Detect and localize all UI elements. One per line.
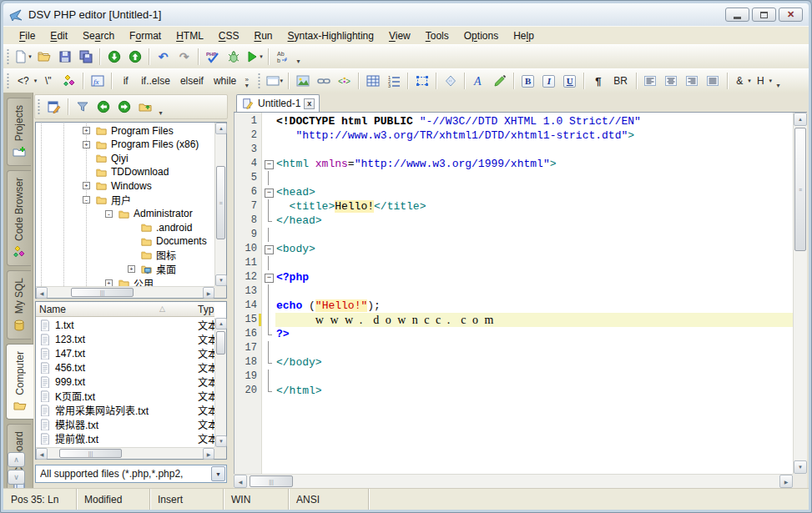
debug-button[interactable]	[224, 48, 243, 67]
file-row-k-txt[interactable]: K页面.txt文本	[36, 389, 214, 403]
tree-expander-icon[interactable]: +	[83, 182, 90, 189]
insert-form-button[interactable]: ▾	[265, 72, 284, 91]
snippet-while-button[interactable]: while	[209, 72, 240, 91]
close-button[interactable]: ✕	[779, 8, 803, 22]
sidebar-tab-computer[interactable]: Computer	[6, 344, 33, 420]
tree-item-android[interactable]: .android	[36, 220, 214, 234]
filter-button[interactable]	[73, 98, 92, 117]
file-filter-select[interactable]: All supported files (*.php,*.php2, ▼	[35, 465, 227, 483]
tree-item-program-files-x86[interactable]: +Program Files (x86)	[36, 138, 214, 152]
tree-item-documents[interactable]: Documents	[36, 234, 214, 249]
heading-button[interactable]: H▾	[753, 72, 772, 91]
sidebar-tab-code-browser[interactable]: Code Browser	[7, 170, 31, 266]
editor-horizontal-scrollbar[interactable]: ◀ ||| ▶	[234, 474, 793, 488]
code-line-4[interactable]: 4<html xmlns="http://www.w3.org/1999/xht…	[235, 157, 793, 171]
tree-item-item[interactable]: 图标	[36, 248, 214, 262]
scroll-up-icon[interactable]: ▲	[794, 113, 807, 126]
insert-anchor-button[interactable]	[441, 72, 460, 91]
code-line-7[interactable]: 7 <title>Hello!</title>	[235, 199, 793, 214]
scroll-right-icon[interactable]: ▶	[203, 448, 214, 460]
upload-button[interactable]	[125, 48, 144, 67]
escape-quote-button[interactable]: \"	[38, 72, 58, 91]
code-line-15[interactable]: 15 w w w . d o w n c c . c o m	[235, 313, 793, 327]
files-horizontal-scrollbar[interactable]: ◀ ||| ▶	[36, 447, 214, 459]
editor-hscroll-thumb[interactable]: |||	[250, 475, 293, 487]
fold-collapse-icon[interactable]	[264, 242, 275, 256]
toolbar-grip[interactable]	[258, 73, 260, 89]
file-row-147-txt[interactable]: 147.txt文本	[36, 346, 214, 360]
tree-vertical-scrollbar[interactable]: ▲ ≡ ▼	[214, 123, 226, 286]
folder-up-button[interactable]	[135, 98, 154, 117]
tree-hscroll-thumb[interactable]: |||	[71, 288, 134, 297]
scroll-left-icon[interactable]: ◀	[36, 287, 48, 299]
bold-button[interactable]: B	[518, 72, 537, 91]
tree-expander-icon[interactable]: +	[128, 265, 135, 273]
snippet-if-button[interactable]: if	[116, 72, 135, 91]
file-row-123-txt[interactable]: 123.txt文本	[36, 332, 214, 346]
code-line-18[interactable]: 18</body>	[235, 355, 793, 370]
scroll-left-icon[interactable]: ◀	[36, 448, 48, 460]
file-row-1-txt[interactable]: 1.txt文本	[36, 318, 214, 332]
fold-collapse-icon[interactable]	[264, 270, 275, 284]
menu-css[interactable]: CSS	[211, 28, 247, 44]
tab-untitled-1[interactable]: Untitled-1 x	[236, 94, 320, 112]
download-button[interactable]	[104, 48, 124, 67]
menu-format[interactable]: Format	[122, 28, 169, 44]
underline-button[interactable]: U	[560, 72, 579, 91]
dropdown-arrow-icon[interactable]: ▼	[211, 466, 225, 481]
undo-button[interactable]: ↶	[154, 48, 173, 67]
toolbar-grip[interactable]	[7, 73, 9, 89]
menu-html[interactable]: HTML	[169, 28, 211, 44]
code-line-8[interactable]: 8</head>	[235, 214, 793, 228]
code-line-17[interactable]: 17	[235, 341, 793, 355]
tree-item-item[interactable]: +公用	[36, 276, 214, 286]
new-document-button[interactable]: ▾	[13, 48, 33, 67]
code-line-2[interactable]: 2 "http://www.w3.org/TR/xhtml1/DTD/xhtml…	[235, 128, 793, 143]
align-right-button[interactable]	[683, 72, 702, 91]
php-tag-button[interactable]: <?▾	[13, 72, 37, 91]
insert-function-button[interactable]: fx	[88, 72, 107, 91]
code-line-20[interactable]: 20</html>	[235, 384, 793, 398]
tab-scroll-down-button[interactable]: ∨	[8, 470, 25, 485]
panel-splitter[interactable]	[228, 93, 234, 488]
file-row-999-txt[interactable]: 999.txt文本	[36, 375, 214, 389]
tree-horizontal-scrollbar[interactable]: ◀ ||| ▶	[36, 286, 214, 298]
tree-item-windows[interactable]: +Windows	[36, 179, 214, 193]
code-line-9[interactable]: 9	[235, 228, 793, 242]
maximize-button[interactable]	[752, 8, 776, 22]
tree-item-administrator[interactable]: -Administrator	[36, 207, 214, 221]
insert-image-button[interactable]	[293, 72, 312, 91]
scroll-down-icon[interactable]: ▼	[215, 274, 227, 286]
italic-button[interactable]: I	[539, 72, 558, 91]
tree-expander-icon[interactable]: +	[105, 279, 113, 286]
tab-scroll-up-button[interactable]: ∧	[8, 452, 25, 467]
code-editor[interactable]: 1<!DOCTYPE html PUBLIC "-//W3C//DTD XHTM…	[234, 113, 793, 474]
toolbar-grip[interactable]	[38, 98, 40, 115]
tree-vscroll-thumb[interactable]: ≡	[216, 166, 225, 239]
close-tab-icon[interactable]: x	[304, 98, 315, 109]
code-line-16[interactable]: 16?>	[235, 327, 793, 341]
tree-item-item[interactable]: +桌面	[36, 262, 214, 276]
fold-collapse-icon[interactable]	[264, 157, 275, 171]
scroll-down-icon[interactable]: ▼	[215, 435, 227, 447]
insert-script-button[interactable]: <>	[335, 72, 354, 91]
scroll-left-icon[interactable]: ◀	[234, 475, 247, 488]
scroll-up-icon[interactable]: ▲	[215, 318, 227, 329]
insert-list-button[interactable]: 123	[384, 72, 403, 91]
code-line-1[interactable]: 1<!DOCTYPE html PUBLIC "-//W3C//DTD XHTM…	[235, 114, 793, 128]
title-bar[interactable]: DSV PHP editor [Untitled-1] ✕	[3, 3, 809, 26]
code-line-19[interactable]: 19	[235, 370, 793, 384]
snippet-if-else-button[interactable]: if..else	[137, 72, 174, 91]
scroll-right-icon[interactable]: ▶	[203, 287, 214, 299]
file-row-txt[interactable]: 常用采集网站列表.txt文本	[36, 403, 214, 417]
snippet-elseif-button[interactable]: elseif	[176, 72, 208, 91]
toolbar-overflow-button[interactable]: ▾	[293, 47, 304, 67]
code-line-10[interactable]: 10<body>	[235, 242, 793, 256]
editor-vscroll-thumb[interactable]: ≡	[794, 128, 806, 251]
column-type[interactable]: Typ	[198, 304, 214, 315]
back-button[interactable]	[93, 98, 113, 117]
code-line-3[interactable]: 3	[235, 143, 793, 157]
menu-file[interactable]: File	[12, 28, 43, 44]
editor-vertical-scrollbar[interactable]: ▲ ≡ ▼	[793, 113, 807, 474]
scroll-up-icon[interactable]: ▲	[215, 123, 227, 134]
